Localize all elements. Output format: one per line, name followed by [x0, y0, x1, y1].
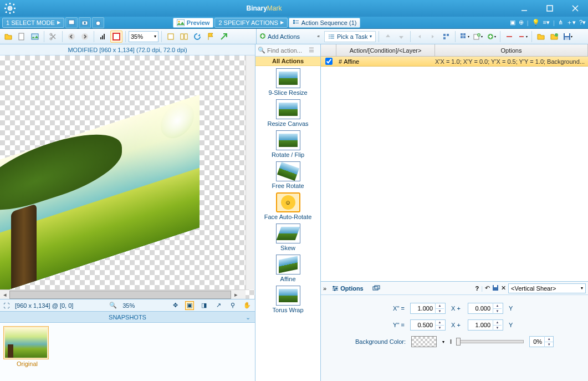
help-icon[interactable]: ?▾ [579, 19, 586, 26]
undo-button[interactable] [413, 31, 426, 43]
green-arrow-button[interactable] [218, 31, 230, 43]
rss-icon[interactable]: ⋔ [558, 19, 563, 26]
pointer-icon[interactable]: ↗ [214, 301, 223, 310]
collapse-all-button[interactable] [440, 31, 452, 43]
eyedropper-icon[interactable]: ⚲ [228, 301, 237, 310]
save-button[interactable]: ▾ [561, 31, 574, 43]
close-button[interactable] [563, 0, 588, 17]
cut-button[interactable] [47, 31, 59, 43]
step1-tab[interactable]: 1 SELECT MODE ▶ [2, 18, 64, 28]
svg-rect-51 [494, 285, 497, 287]
ribbon-icon-camera[interactable] [79, 17, 91, 28]
row-checkbox[interactable] [325, 58, 333, 65]
delete-preset-icon[interactable]: ✕ [501, 285, 506, 292]
step2-tab[interactable]: 2 SPECIFY ACTIONS ▶ [214, 18, 287, 28]
pick-task-dropdown[interactable]: Pick a Task ▾ [324, 31, 376, 42]
scrollbar-v[interactable] [246, 55, 255, 289]
app-gear-icon[interactable] [3, 2, 17, 15]
all-actions-header[interactable]: All Actions [255, 57, 320, 66]
hand-icon[interactable]: ✋ [243, 301, 252, 310]
svg-point-20 [81, 33, 88, 40]
action-sequence-tab[interactable]: Action Sequence (1) [289, 18, 361, 28]
scrollbar-h[interactable]: ◂ ▸ [0, 289, 246, 299]
redo-button[interactable] [427, 31, 439, 43]
ribbon-icon-1[interactable] [65, 17, 78, 28]
action-item-resize-canvas[interactable]: Resize Canvas [257, 99, 319, 127]
fit-icon[interactable]: ▣ [185, 301, 194, 310]
filter-icon[interactable]: ☰ [309, 47, 314, 54]
action-item-face-auto-rotate[interactable]: ☺Face Auto-Rotate [257, 192, 319, 220]
zoom-combobox[interactable]: 35%▾ [129, 31, 158, 42]
action-item-rotate-flip[interactable]: Rotate / Flip [257, 130, 319, 158]
minimize-button[interactable] [512, 0, 537, 17]
search-icon: 🔍 [258, 47, 265, 54]
down-button[interactable] [395, 31, 407, 43]
up-button[interactable] [382, 31, 394, 43]
input-xx[interactable]: ▲▼ [410, 303, 446, 314]
add-green2[interactable]: ▾ [485, 31, 497, 43]
snapshots-header[interactable]: SNAPSHOTS ⌄ [0, 312, 255, 323]
flag-button[interactable] [204, 31, 217, 43]
canvas-area[interactable]: ◂ ▸ [0, 55, 255, 299]
input-xy[interactable]: ▲▼ [468, 303, 503, 314]
svg-point-7 [84, 22, 86, 24]
ribbon-r2[interactable]: ⊕ [519, 19, 524, 26]
options-tab[interactable]: Options [329, 284, 367, 293]
help-options-icon[interactable]: ? [475, 285, 479, 292]
forward-button[interactable] [79, 31, 91, 43]
action-item-free-rotate[interactable]: Free Rotate [257, 161, 319, 189]
split-view-button[interactable] [178, 31, 190, 43]
plus-menu[interactable]: ＋▾ [566, 18, 576, 27]
add-actions-label[interactable]: Add Actions [268, 33, 300, 40]
action-item-torus-wrap[interactable]: Torus Wrap [257, 286, 319, 313]
col-action[interactable]: Action/[Condition]/<Layer> [336, 44, 435, 56]
action-search-input[interactable] [267, 47, 307, 54]
reset-icon[interactable]: ↶ [485, 285, 490, 292]
bg-opacity-slider[interactable] [457, 340, 524, 343]
move-icon[interactable]: ✥ [171, 301, 180, 310]
action-item-9slice[interactable]: 9-Slice Resize [257, 68, 319, 96]
preview-tab[interactable]: Preview [173, 18, 214, 28]
bg-color-swatch[interactable] [411, 336, 437, 347]
refresh-button[interactable] [191, 31, 203, 43]
chevron-down-icon: ⌄ [246, 312, 250, 323]
add-actions-toolbar: Add Actions « [257, 29, 322, 44]
sequence-row-affine[interactable]: #Affine X'X = 1.0; X'Y = 0.0; Y'X = 0.5;… [321, 57, 588, 67]
input-yy[interactable]: ▲▼ [468, 319, 503, 331]
status-dims: [960 x 1,134] @ [0, 0] [15, 302, 73, 309]
zoom-icon: 🔍 [109, 302, 117, 309]
grid-dropdown[interactable]: ▾ [458, 31, 471, 43]
action-item-affine[interactable]: Affine [257, 255, 319, 282]
open-folder-button[interactable] [2, 31, 14, 43]
red-frame-button[interactable] [110, 31, 122, 43]
input-yx[interactable]: ▲▼ [410, 319, 446, 331]
sequence-grid-body[interactable] [321, 67, 588, 281]
save-preset-icon[interactable] [492, 285, 499, 292]
new-button[interactable] [16, 31, 28, 43]
collapse-icon[interactable]: « [318, 34, 320, 39]
bg-opacity-input[interactable]: ▲▼ [529, 336, 554, 347]
folder-open-button[interactable] [535, 31, 547, 43]
folder-add-button[interactable] [548, 31, 560, 43]
actions-list-panel: 🔍 ☰ All Actions 9-Slice Resize Resize Ca… [255, 44, 321, 381]
remove-dropdown[interactable]: ▾ [517, 31, 529, 43]
titlebar: BinaryMark [0, 0, 588, 17]
ribbon-icon-clock[interactable] [92, 17, 104, 28]
second-tab[interactable] [369, 284, 384, 293]
remove-button[interactable] [503, 31, 515, 43]
snapshot-thumb-original[interactable]: Original [3, 326, 51, 367]
ribbon-r1[interactable]: ▣ [510, 19, 515, 26]
maximize-button[interactable] [537, 0, 563, 17]
expand-icon[interactable]: » [323, 285, 326, 292]
single-view-button[interactable] [165, 31, 177, 43]
ribbon-r3[interactable]: ≡▾ [543, 19, 550, 26]
bulb-icon[interactable]: 💡 [532, 19, 540, 26]
preset-dropdown[interactable]: <Vertical Shear>▾ [508, 283, 586, 293]
back-button[interactable] [65, 31, 78, 43]
add-green1[interactable]: ▾ [472, 31, 484, 43]
col-options[interactable]: Options [435, 44, 588, 56]
actual-size-icon[interactable]: ◨ [200, 301, 208, 310]
histogram-button[interactable] [97, 31, 109, 43]
action-item-skew[interactable]: Skew [257, 223, 319, 251]
picture-button[interactable] [29, 31, 41, 43]
